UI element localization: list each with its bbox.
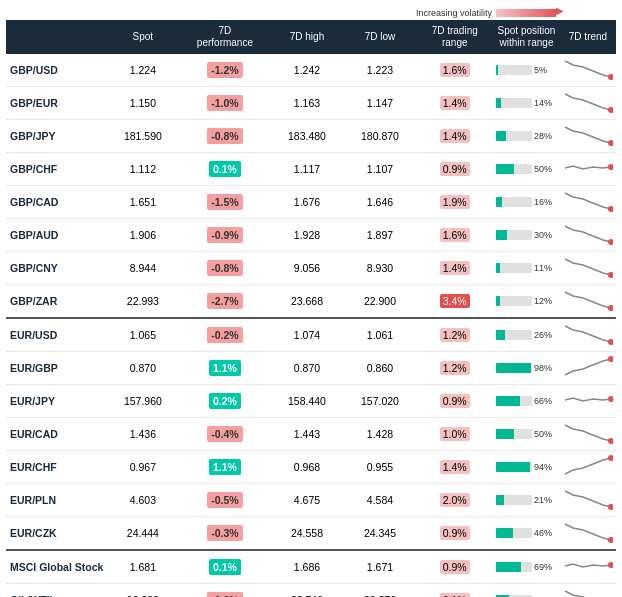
- table-row: GBP/JPY 181.590 -0.8% 183.480 180.870 1.…: [6, 120, 616, 153]
- perf-cell-td: 1.1%: [179, 451, 270, 484]
- range-cell: 2.0%: [416, 484, 493, 517]
- spot-bar-fill: [496, 330, 505, 340]
- pair-cell: MSCI Global Stock: [6, 550, 106, 584]
- spot-range-cell: 11%: [493, 252, 560, 285]
- spot-cell: 90.380: [106, 584, 179, 598]
- spot-bar-fill: [496, 263, 500, 273]
- high-cell: 1.117: [270, 153, 343, 186]
- spot-bar-bg: [496, 131, 532, 141]
- trend-cell: [560, 451, 616, 484]
- trend-sparkline: [563, 222, 613, 246]
- spot-pct-label: 28%: [534, 131, 552, 141]
- trend-sparkline: [563, 255, 613, 279]
- perf-badge: 0.1%: [209, 559, 241, 575]
- trend-sparkline: [563, 57, 613, 81]
- table-row: EUR/PLN 4.603 -0.5% 4.675 4.584 2.0% 21%: [6, 484, 616, 517]
- trend-sparkline: [563, 288, 613, 312]
- range-cell: 1.2%: [416, 318, 493, 352]
- pair-cell: Oil (WTI): [6, 584, 106, 598]
- trend-sparkline: [563, 388, 613, 412]
- perf-cell-td: -1.5%: [179, 186, 270, 219]
- high-cell: 93.740: [270, 584, 343, 598]
- perf-badge: 0.1%: [209, 161, 241, 177]
- trend-cell: [560, 153, 616, 186]
- svg-point-10: [608, 396, 613, 402]
- spot-bar-fill: [496, 562, 521, 572]
- svg-point-6: [608, 272, 613, 278]
- low-cell: 0.860: [343, 352, 416, 385]
- high-cell: 1.242: [270, 54, 343, 87]
- svg-point-5: [608, 239, 613, 245]
- spot-bar-fill: [496, 396, 520, 406]
- spot-bar-wrapper: 16%: [496, 197, 557, 207]
- volatility-arrow-icon: [496, 9, 556, 17]
- table-row: GBP/ZAR 22.993 -2.7% 23.668 22.900 3.4% …: [6, 285, 616, 319]
- range-cell: 1.6%: [416, 54, 493, 87]
- table-row: GBP/CAD 1.651 -1.5% 1.676 1.646 1.9% 16%: [6, 186, 616, 219]
- perf-badge: -0.4%: [207, 426, 242, 442]
- range-badge: 3.4%: [440, 294, 470, 308]
- trend-cell: [560, 219, 616, 252]
- spot-pct-label: 12%: [534, 296, 552, 306]
- spot-range-cell: 66%: [493, 385, 560, 418]
- pair-cell: GBP/EUR: [6, 87, 106, 120]
- pair-cell: EUR/GBP: [6, 352, 106, 385]
- spot-range-cell: 26%: [493, 318, 560, 352]
- range-cell: 0.9%: [416, 153, 493, 186]
- spot-pct-label: 50%: [534, 429, 552, 439]
- spot-bar-bg: [496, 197, 532, 207]
- perf-cell-td: -0.8%: [179, 252, 270, 285]
- spot-bar-wrapper: 11%: [496, 263, 557, 273]
- range-cell: 6.1%: [416, 584, 493, 598]
- spot-range-cell: 50%: [493, 153, 560, 186]
- spot-cell: 1.150: [106, 87, 179, 120]
- high-cell: 9.056: [270, 252, 343, 285]
- trend-cell: [560, 252, 616, 285]
- range-cell: 1.4%: [416, 252, 493, 285]
- perf-badge: -2.7%: [207, 293, 242, 309]
- spot-bar-wrapper: 28%: [496, 131, 557, 141]
- col-7d-low: 7D low: [343, 20, 416, 54]
- col-7d-high: 7D high: [270, 20, 343, 54]
- perf-cell-td: 0.2%: [179, 385, 270, 418]
- spot-pct-label: 94%: [534, 462, 552, 472]
- spot-bar-bg: [496, 562, 532, 572]
- spot-range-cell: 14%: [493, 87, 560, 120]
- pair-cell: EUR/CAD: [6, 418, 106, 451]
- range-badge: 1.4%: [440, 460, 470, 474]
- pair-cell: GBP/JPY: [6, 120, 106, 153]
- trend-cell: [560, 120, 616, 153]
- spot-pct-label: 16%: [534, 197, 552, 207]
- low-cell: 1.428: [343, 418, 416, 451]
- perf-cell-td: 0.1%: [179, 153, 270, 186]
- low-cell: 1.061: [343, 318, 416, 352]
- spot-pct-label: 26%: [534, 330, 552, 340]
- trend-sparkline: [563, 421, 613, 445]
- spot-bar-fill: [496, 131, 506, 141]
- spot-pct-label: 69%: [534, 562, 552, 572]
- col-pair: [6, 20, 106, 54]
- pair-cell: EUR/CHF: [6, 451, 106, 484]
- trend-sparkline: [563, 587, 613, 597]
- spot-bar-wrapper: 12%: [496, 296, 557, 306]
- svg-point-9: [608, 356, 613, 362]
- trend-sparkline: [563, 520, 613, 544]
- trend-sparkline: [563, 554, 613, 578]
- volatility-label: Increasing volatility: [416, 8, 492, 18]
- range-badge: 0.9%: [440, 394, 470, 408]
- range-badge: 1.2%: [440, 328, 470, 342]
- table-row: EUR/CHF 0.967 1.1% 0.968 0.955 1.4% 94%: [6, 451, 616, 484]
- trend-cell: [560, 484, 616, 517]
- trend-sparkline: [563, 454, 613, 478]
- spot-cell: 1.436: [106, 418, 179, 451]
- perf-badge: -0.5%: [207, 492, 242, 508]
- range-cell: 0.9%: [416, 385, 493, 418]
- spot-pct-label: 14%: [534, 98, 552, 108]
- high-cell: 0.968: [270, 451, 343, 484]
- spot-range-cell: 69%: [493, 550, 560, 584]
- spot-range-cell: 21%: [493, 484, 560, 517]
- table-row: EUR/JPY 157.960 0.2% 158.440 157.020 0.9…: [6, 385, 616, 418]
- trend-sparkline: [563, 487, 613, 511]
- table-row: GBP/CNY 8.944 -0.8% 9.056 8.930 1.4% 11%: [6, 252, 616, 285]
- high-cell: 1.928: [270, 219, 343, 252]
